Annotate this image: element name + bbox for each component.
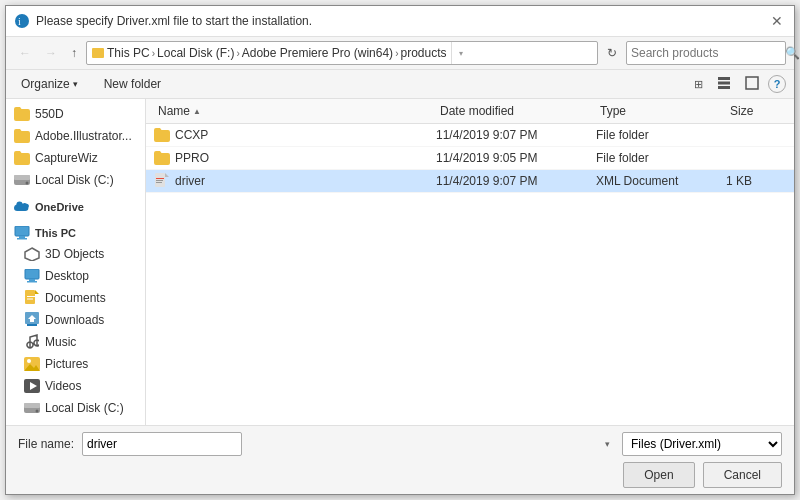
- cancel-button[interactable]: Cancel: [703, 462, 782, 488]
- sidebar-item-550D[interactable]: 550D: [6, 103, 145, 125]
- svg-rect-12: [19, 236, 25, 238]
- col-header-size[interactable]: Size: [726, 102, 786, 120]
- svg-rect-47: [156, 182, 162, 183]
- title-bar-text: Please specify Driver.xml file to start …: [36, 14, 762, 28]
- svg-marker-20: [35, 290, 39, 294]
- view-detail-button[interactable]: [712, 73, 736, 95]
- search-input[interactable]: [631, 46, 781, 60]
- sidebar-icon-downloads: [24, 312, 40, 328]
- sidebar-item-onedrive-header[interactable]: OneDrive: [6, 191, 145, 217]
- file-date-ppro: 11/4/2019 9:05 PM: [436, 151, 596, 165]
- sidebar-item-downloads[interactable]: Downloads: [6, 309, 145, 331]
- path-dropdown-arrow[interactable]: ▾: [451, 42, 471, 64]
- help-button[interactable]: ?: [768, 75, 786, 93]
- sidebar-label-local-disk-c: Local Disk (C:): [35, 173, 114, 187]
- table-row[interactable]: PPRO11/4/2019 9:05 PMFile folder: [146, 147, 794, 170]
- file-list-header: Name▲Date modifiedTypeSize: [146, 99, 794, 124]
- sidebar: 550DAdobe.Illustrator...CaptureWizLocal …: [6, 99, 146, 425]
- sidebar-item-videos[interactable]: Videos: [6, 375, 145, 397]
- open-button[interactable]: Open: [623, 462, 694, 488]
- sidebar-label-pictures: Pictures: [45, 357, 88, 371]
- new-folder-button[interactable]: New folder: [97, 74, 168, 94]
- sidebar-item-adobe-illustrator[interactable]: Adobe.Illustrator...: [6, 125, 145, 147]
- svg-rect-45: [156, 178, 164, 179]
- sidebar-icon-adobe-illustrator: [14, 128, 30, 144]
- sidebar-label-documents: Documents: [45, 291, 106, 305]
- sidebar-item-thispc-header[interactable]: This PC: [6, 217, 145, 243]
- close-button[interactable]: ✕: [768, 12, 786, 30]
- svg-marker-44: [165, 173, 169, 177]
- svg-marker-14: [25, 248, 39, 261]
- sidebar-label-music: Music: [45, 335, 76, 349]
- sidebar-icon-550D: [14, 106, 30, 122]
- sidebar-label-local-disk-c2: Local Disk (C:): [45, 401, 124, 415]
- filename-input-wrapper: ▾: [82, 432, 614, 456]
- toolbar-right: ⊞ ?: [689, 73, 786, 95]
- sidebar-icon-onedrive-header: [14, 199, 30, 215]
- sidebar-item-desktop[interactable]: Desktop: [6, 265, 145, 287]
- sidebar-icon-thispc-header: [14, 225, 30, 241]
- bottom-bar: File name: ▾ Files (Driver.xml) Open Can…: [6, 425, 794, 494]
- sidebar-icon-3d-objects: [24, 246, 40, 262]
- path-segment-3: Adobe Premiere Pro (win64): [242, 46, 393, 60]
- view-icon-button[interactable]: ⊞: [689, 75, 708, 94]
- filetype-wrapper: Files (Driver.xml): [622, 432, 782, 456]
- refresh-button[interactable]: ↻: [602, 43, 622, 63]
- sidebar-item-local-disk-c2[interactable]: Local Disk (C:): [6, 397, 145, 419]
- svg-rect-5: [718, 86, 730, 89]
- file-rows: CCXP11/4/2019 9:07 PMFile folderPPRO11/4…: [146, 124, 794, 193]
- back-button[interactable]: ←: [14, 43, 36, 63]
- address-bar: ← → ↑ This PC › Local Disk (F:) › Adobe …: [6, 37, 794, 70]
- col-header-date[interactable]: Date modified: [436, 102, 596, 120]
- col-header-type[interactable]: Type: [596, 102, 726, 120]
- sidebar-label-downloads: Downloads: [45, 313, 104, 327]
- svg-rect-25: [27, 324, 37, 326]
- sort-arrow-name: ▲: [193, 107, 201, 116]
- svg-rect-13: [17, 238, 27, 240]
- svg-point-27: [27, 359, 31, 363]
- file-type-ppro: File folder: [596, 151, 726, 165]
- svg-rect-32: [24, 403, 40, 408]
- path-sep-2: ›: [236, 48, 239, 59]
- svg-text:i: i: [18, 16, 21, 27]
- search-box: 🔍: [626, 41, 786, 65]
- address-path[interactable]: This PC › Local Disk (F:) › Adobe Premie…: [86, 41, 598, 65]
- organize-button[interactable]: Organize ▾: [14, 74, 85, 94]
- svg-rect-17: [29, 279, 35, 281]
- sidebar-item-capturewiz[interactable]: CaptureWiz: [6, 147, 145, 169]
- table-row[interactable]: CCXP11/4/2019 9:07 PMFile folder: [146, 124, 794, 147]
- title-bar: i Please specify Driver.xml file to star…: [6, 6, 794, 37]
- view-preview-button[interactable]: [740, 73, 764, 95]
- sidebar-item-music[interactable]: Music: [6, 331, 145, 353]
- table-row[interactable]: driver11/4/2019 9:07 PMXML Document1 KB: [146, 170, 794, 193]
- title-bar-controls: ✕: [768, 12, 786, 30]
- sidebar-icon-local-disk-c: [14, 172, 30, 188]
- file-list: Name▲Date modifiedTypeSize CCXP11/4/2019…: [146, 99, 794, 425]
- file-name-driver: driver: [175, 174, 205, 188]
- up-button[interactable]: ↑: [66, 43, 82, 63]
- file-icon-driver: [154, 173, 170, 189]
- col-header-name[interactable]: Name▲: [154, 102, 436, 120]
- svg-rect-10: [15, 226, 29, 236]
- svg-rect-2: [92, 48, 104, 58]
- sidebar-item-local-disk-c[interactable]: Local Disk (C:): [6, 169, 145, 191]
- filename-input[interactable]: [82, 432, 242, 456]
- svg-rect-6: [746, 77, 758, 89]
- sidebar-icon-music: [24, 334, 40, 350]
- sidebar-item-pictures[interactable]: Pictures: [6, 353, 145, 375]
- filename-dropdown-arrow: ▾: [605, 439, 610, 449]
- svg-rect-22: [27, 299, 33, 300]
- forward-button[interactable]: →: [40, 43, 62, 63]
- sidebar-label-capturewiz: CaptureWiz: [35, 151, 98, 165]
- svg-rect-15: [25, 269, 39, 279]
- sidebar-icon-videos: [24, 378, 40, 394]
- filetype-select[interactable]: Files (Driver.xml): [622, 432, 782, 456]
- sidebar-item-documents[interactable]: Documents: [6, 287, 145, 309]
- file-name-ccxp: CCXP: [175, 128, 208, 142]
- sidebar-item-3d-objects[interactable]: 3D Objects: [6, 243, 145, 265]
- file-date-driver: 11/4/2019 9:07 PM: [436, 174, 596, 188]
- svg-point-33: [36, 410, 39, 413]
- sidebar-label-videos: Videos: [45, 379, 81, 393]
- svg-rect-46: [156, 180, 163, 181]
- svg-point-9: [26, 182, 29, 185]
